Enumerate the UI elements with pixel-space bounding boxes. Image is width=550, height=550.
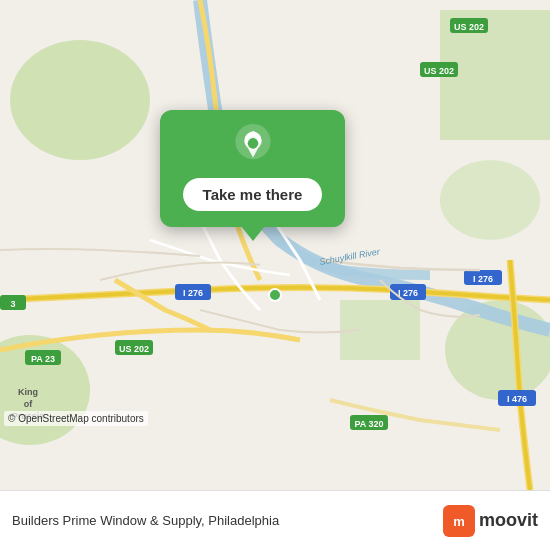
moovit-icon: m (443, 505, 475, 537)
svg-point-36 (247, 138, 258, 149)
svg-text:King: King (18, 387, 38, 397)
svg-text:PA 23: PA 23 (31, 354, 55, 364)
take-me-there-button[interactable]: Take me there (183, 178, 323, 211)
svg-point-32 (269, 289, 281, 301)
svg-text:US 202: US 202 (424, 66, 454, 76)
svg-text:PA 320: PA 320 (354, 419, 383, 429)
svg-text:US 202: US 202 (119, 344, 149, 354)
svg-text:I 276: I 276 (398, 288, 418, 298)
osm-attribution: © OpenStreetMap contributors (4, 411, 148, 426)
svg-point-6 (440, 160, 540, 240)
moovit-label: moovit (479, 510, 538, 531)
bottom-bar: Builders Prime Window & Supply, Philadel… (0, 490, 550, 550)
svg-text:I 276: I 276 (183, 288, 203, 298)
map-container: I 276 I 276 I 476 PA 23 US 202 US 202 US… (0, 0, 550, 490)
svg-point-1 (10, 40, 150, 160)
svg-text:m: m (453, 514, 465, 529)
location-pin-icon (231, 124, 275, 168)
svg-text:of: of (24, 399, 33, 409)
location-label: Builders Prime Window & Supply, Philadel… (12, 513, 279, 528)
popup-card: Take me there (160, 110, 345, 227)
svg-text:I 276: I 276 (473, 274, 493, 284)
moovit-logo[interactable]: m moovit (443, 505, 538, 537)
svg-text:US 202: US 202 (454, 22, 484, 32)
svg-text:I 476: I 476 (507, 394, 527, 404)
svg-text:3: 3 (10, 299, 15, 309)
